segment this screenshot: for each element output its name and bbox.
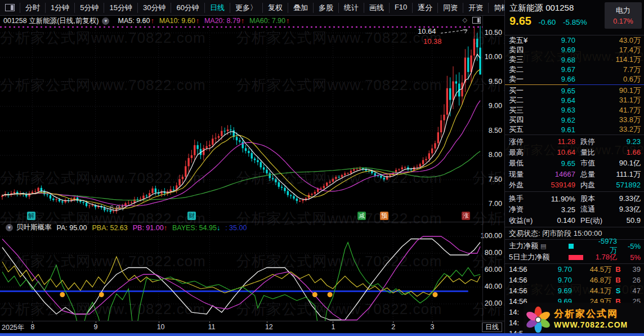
ask-price: 9.70: [538, 36, 575, 44]
ask-volume: 7.7万: [575, 65, 641, 75]
menubar-item-分时[interactable]: 分时: [20, 3, 45, 13]
menubar-item-5分钟[interactable]: 5分钟: [74, 3, 104, 13]
menubar-item-开资[interactable]: 开资: [463, 3, 488, 13]
menubar-item-更多〉[interactable]: 更多〉: [230, 3, 262, 13]
sector-change: 0.17%: [613, 17, 633, 25]
month-tick: [96, 321, 96, 323]
indicator-chart-canvas[interactable]: [0, 233, 483, 321]
bid-label: 买一: [509, 86, 538, 96]
period-box[interactable]: 日线: [482, 322, 502, 332]
up-arrow-icon: ↑: [150, 17, 154, 25]
capital-flow-panel: 主力净额▤-5973万-5%5日主力净额1.78亿5%: [505, 239, 644, 263]
trade-status-row: 交易状态: 闭市阶段 15:00:00: [505, 227, 644, 239]
indicator-tick: 40.00: [480, 283, 502, 290]
event-badge-解[interactable]: 解: [27, 212, 35, 220]
chevron-down-icon[interactable]: ▼: [6, 224, 13, 231]
sector-box[interactable]: 电力 0.17%: [605, 2, 642, 29]
stat-label: 跌停: [580, 137, 611, 147]
month-tick: [209, 321, 210, 323]
stat-label: 内盘: [580, 180, 611, 190]
menubar-item-统计[interactable]: 统计: [338, 3, 364, 13]
ask-row[interactable]: 卖五¥9.7043.0万: [505, 35, 644, 45]
window-icon[interactable]: [472, 17, 481, 24]
up-arrow-icon: ↑: [241, 17, 244, 25]
bid-row[interactable]: 买一9.6590.1万: [505, 86, 644, 95]
trade-count: 39: [625, 265, 641, 274]
indicator-value: : 35.00: [225, 224, 247, 232]
bid-row[interactable]: 买二9.6431.1万: [505, 96, 644, 105]
trade-price: 9.70: [538, 265, 572, 274]
menubar-item-同资[interactable]: 同资: [437, 3, 463, 13]
bid-price: 9.65: [538, 87, 575, 95]
main-chart-canvas[interactable]: [0, 26, 483, 222]
chart-column: 分时1分钟5分钟15分钟30分钟60分钟日线更多〉复权叠加多股统计画线F10逐分…: [0, 0, 504, 333]
stat-row: 外盘539149内盘571892: [505, 180, 644, 190]
stat-label: 最高: [509, 147, 536, 158]
price-tick: 7.00: [480, 200, 502, 208]
trade-side: S: [611, 286, 625, 295]
bid-row[interactable]: 买三9.6341.7万: [505, 105, 644, 115]
menubar-item-60分钟[interactable]: 60分钟: [171, 3, 204, 13]
stat-label: 现量: [509, 169, 536, 180]
note-icon[interactable]: ▤: [540, 243, 546, 250]
quote-panel: 立新能源 001258 9.65 -0.60 -5.85% 电力 0.17% 卖…: [504, 0, 644, 333]
month-label: 12: [265, 323, 273, 331]
brand-logo: 分析家公式网 WWW.70822.COM: [524, 303, 644, 333]
price-tick: 7.50: [480, 176, 502, 183]
price-change: -0.60: [539, 18, 556, 26]
stat-label: 换手: [509, 194, 536, 204]
bid-row[interactable]: 买五9.6133.2万: [505, 125, 644, 135]
stat-value: 571892: [611, 181, 641, 189]
trade-time: 14:56: [509, 265, 538, 274]
ask-row[interactable]: 卖二9.677.7万: [505, 65, 644, 74]
capital-flow-row: 5日主力净额1.78亿5%: [505, 252, 644, 263]
bid-row[interactable]: 买四9.6233.8万: [505, 115, 644, 124]
flow-pct: 5%: [617, 253, 641, 262]
menubar-item-30分钟[interactable]: 30分钟: [137, 3, 171, 13]
indicator-chart[interactable]: 100.0080.0060.0040.0020.00: [0, 233, 504, 321]
stat-label: 股本: [580, 194, 611, 204]
menubar-item-画线[interactable]: 画线: [364, 3, 389, 13]
bid-price: 9.64: [538, 96, 575, 105]
menubar-item-日线[interactable]: 日线: [204, 3, 230, 13]
menubar-item-F10[interactable]: F10: [389, 3, 412, 13]
bid-volume: 90.1万: [575, 86, 641, 96]
brand-site: WWW.70822.COM: [554, 320, 628, 330]
app-window: 分时1分钟5分钟15分钟30分钟60分钟日线更多〉复权叠加多股统计画线F10逐分…: [0, 0, 644, 336]
trade-count: 26: [625, 276, 641, 284]
stat-row: 收益(≡)0.140PE(动)50.9: [505, 215, 644, 226]
event-badge-减[interactable]: 减: [357, 212, 366, 220]
axis-separator: [482, 16, 483, 330]
menubar-item-多股[interactable]: 多股: [313, 3, 338, 13]
ask-row[interactable]: 卖一9.660.6万: [505, 74, 644, 84]
menubar-item-复权[interactable]: 复权: [262, 3, 288, 13]
stat-value: 9.33亿: [611, 204, 641, 214]
marked-low-label: ←6.84: [102, 204, 124, 212]
indicator-tick: 20.00: [480, 299, 502, 307]
menubar-item-1分钟[interactable]: 1分钟: [45, 3, 74, 13]
month-label: 10: [157, 323, 165, 331]
menubar-item-逐分[interactable]: 逐分: [412, 3, 437, 13]
bid-label: 买三: [509, 105, 538, 115]
trade-time: 14:56: [509, 286, 538, 295]
event-badge-涨[interactable]: 涨: [462, 212, 470, 220]
stat-value: 3.25: [536, 205, 575, 214]
stat-value: 14667: [536, 170, 575, 178]
trade-volume: 44.5万: [572, 265, 611, 275]
last-price: 9.65: [509, 15, 531, 27]
ask-row[interactable]: 卖四9.6917.4万: [505, 45, 644, 55]
main-chart[interactable]: 10.5010.009.509.008.508.007.507.00 10.64…: [0, 26, 504, 222]
trade-price: 9.70: [538, 276, 572, 284]
stat-value: 9.65: [536, 159, 575, 168]
event-badge-财[interactable]: 财: [187, 212, 196, 220]
stat-label: 最低: [509, 158, 536, 168]
layout-icon[interactable]: [5, 4, 15, 11]
trade-time: 14:56: [509, 276, 538, 284]
ask-row[interactable]: 卖三9.68114.1万: [505, 55, 644, 65]
menubar-item-15分钟[interactable]: 15分钟: [104, 3, 137, 13]
diamond-icon[interactable]: ◇: [463, 16, 467, 24]
stat-label: 流通: [580, 204, 611, 214]
menubar-item-叠加[interactable]: 叠加: [288, 3, 313, 13]
event-badge-预[interactable]: 预: [380, 212, 388, 220]
chevron-down-icon[interactable]: ▼: [102, 17, 109, 25]
